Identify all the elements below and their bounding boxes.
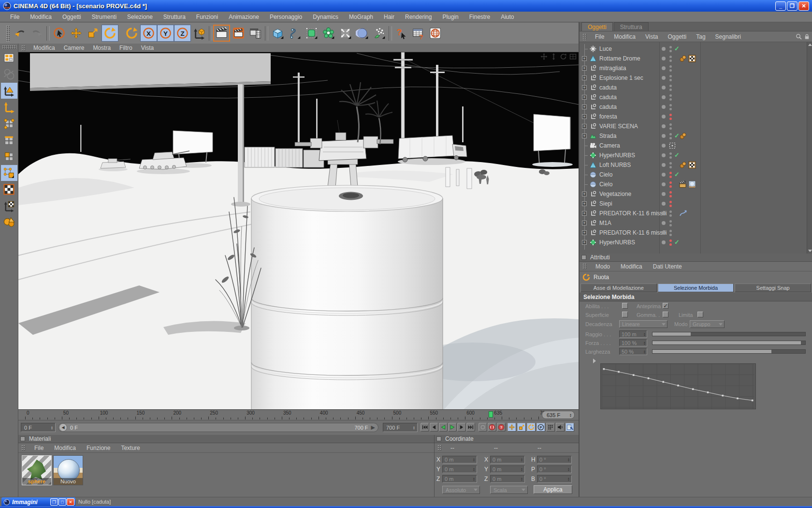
render-visibility-dot[interactable] [669, 205, 672, 207]
layer-dot[interactable] [662, 231, 666, 235]
tab-oggetti[interactable]: Oggetti [581, 22, 613, 31]
editor-visibility-dot[interactable] [669, 65, 672, 68]
expand-icon[interactable]: + [582, 124, 587, 129]
checkerboard-tag[interactable] [688, 161, 696, 169]
object-name[interactable]: Cielo [599, 181, 612, 188]
close-icon[interactable]: ✕ [67, 498, 74, 506]
object-manager-menu-grip[interactable] [582, 33, 586, 40]
enabled-check-icon[interactable]: ✓ [674, 151, 680, 159]
object-row[interactable]: Cielo✓ [580, 170, 812, 179]
attr-tab-settaggi-snap[interactable]: Settaggi Snap [735, 284, 811, 292]
expand-icon[interactable]: + [582, 134, 587, 138]
key-position-toggle[interactable] [508, 423, 516, 432]
layer-dot[interactable] [662, 182, 666, 186]
object-name[interactable]: Strada [599, 133, 616, 139]
add-environment-button[interactable] [354, 25, 371, 42]
object-row[interactable]: Luce✓ [580, 44, 812, 54]
kinematics-mode-button[interactable] [1, 214, 17, 230]
rotate-view-icon[interactable] [560, 53, 567, 60]
material-item[interactable]: sphere [22, 455, 52, 485]
menu-personaggio[interactable]: Personaggio [264, 13, 307, 21]
pan-view-icon[interactable] [540, 53, 548, 60]
layer-dot[interactable] [662, 134, 666, 138]
render-visibility-dot[interactable] [669, 118, 672, 120]
editor-visibility-dot[interactable] [669, 152, 672, 155]
object-row[interactable]: +Rottame Drome [580, 54, 812, 63]
undo-button[interactable] [12, 25, 29, 42]
orange-balls-tag[interactable] [679, 132, 687, 140]
attr-tab-asse-di-modellazione[interactable]: Asse di Modellazione [580, 284, 657, 292]
render-visibility-dot[interactable] [669, 176, 672, 178]
go-end-button[interactable] [466, 423, 475, 432]
layer-dot[interactable] [662, 153, 666, 157]
object-row[interactable]: HyperNURBS✓ [580, 150, 812, 160]
lock-x-button[interactable]: X [140, 25, 157, 42]
layer-dot[interactable] [662, 240, 666, 244]
editor-visibility-dot[interactable] [669, 85, 672, 87]
last-tool-rotate-button[interactable] [123, 25, 140, 42]
dolly-view-icon[interactable] [550, 53, 557, 60]
timeline-end-spinner[interactable]: 700 F▲▼ [383, 423, 418, 432]
modo-dropdown[interactable]: Gruppo [690, 320, 725, 328]
menu-oggetti[interactable]: Oggetti [57, 13, 87, 21]
render-visibility-dot[interactable] [669, 214, 672, 217]
object-name[interactable]: Cielo [599, 171, 612, 178]
scroll-up-icon[interactable] [808, 44, 812, 46]
layer-dot[interactable] [662, 192, 666, 196]
gomma-checkbox[interactable] [663, 312, 668, 317]
object-row[interactable]: Cielo [580, 179, 812, 189]
object-row[interactable]: +caduta [580, 92, 812, 102]
object-row[interactable]: +M1A [580, 218, 812, 228]
help-button[interactable]: ? [393, 25, 410, 42]
expand-icon[interactable]: + [582, 66, 587, 71]
camera-active-icon[interactable] [668, 142, 676, 149]
editor-visibility-dot[interactable] [669, 220, 672, 223]
object-name[interactable]: Rottame Drome [599, 55, 640, 62]
slider-right-arrow[interactable]: ▶ [371, 424, 375, 431]
object-row[interactable]: Camera [580, 141, 812, 150]
viewport-canvas[interactable] [18, 52, 579, 410]
sky-texture-tag[interactable] [688, 180, 696, 188]
expand-icon[interactable]: + [582, 114, 587, 119]
sound-toggle[interactable] [556, 423, 565, 432]
render-view-button[interactable] [213, 25, 230, 42]
expand-icon[interactable]: + [582, 85, 587, 90]
layer-dot[interactable] [662, 221, 666, 225]
om-menu-file[interactable]: File [590, 33, 609, 40]
menu-struttura[interactable]: Struttura [158, 13, 191, 21]
maximize-button[interactable]: □ [58, 498, 66, 506]
expand-icon[interactable]: + [582, 240, 587, 245]
add-nurbs-button[interactable] [303, 25, 320, 42]
add-light-button[interactable] [337, 25, 354, 42]
render-visibility-dot[interactable] [669, 108, 672, 110]
expand-icon[interactable]: + [582, 75, 587, 80]
timeline-range-slider[interactable]: ◀0 F700 F▶ [58, 423, 378, 432]
tab-struttura[interactable]: Struttura [614, 22, 649, 31]
object-name[interactable]: PREDATOR K-11 6 missili [599, 210, 667, 217]
layer-dot[interactable] [662, 115, 666, 119]
coord-value-field[interactable]: 0 °▲▼ [537, 456, 572, 463]
orange-balls-tag[interactable] [679, 161, 687, 169]
materials-menu-grip[interactable] [21, 445, 25, 451]
viewport-menu-vista[interactable]: Vista [137, 45, 158, 51]
attributes-menu-grip[interactable] [582, 263, 586, 269]
point-mode-button[interactable] [1, 116, 17, 132]
coord-value-field[interactable]: 0 m▲▼ [442, 475, 477, 483]
materials-menu-funzione[interactable]: Funzione [81, 445, 116, 451]
object-name[interactable]: caduta [599, 84, 617, 91]
layer-dot[interactable] [662, 76, 666, 80]
expand-icon[interactable]: + [582, 105, 587, 109]
expand-icon[interactable]: + [582, 230, 587, 235]
make-editable-button[interactable] [1, 50, 17, 66]
menu-hair[interactable]: Hair [378, 13, 400, 21]
expand-icon[interactable]: + [582, 201, 587, 206]
materials-menu-file[interactable]: File [29, 445, 49, 451]
slider-value-field[interactable]: 50 %▲▼ [619, 348, 647, 355]
render-settings-button[interactable] [247, 25, 264, 42]
object-row[interactable]: +Vegetazione [580, 189, 812, 199]
content-browser-button[interactable]: ? [410, 25, 427, 42]
object-row[interactable]: Loft NURBS [580, 160, 812, 170]
editor-visibility-dot[interactable] [669, 75, 672, 77]
coordinate-system-button[interactable] [191, 25, 208, 42]
editor-visibility-dot[interactable] [669, 191, 672, 194]
